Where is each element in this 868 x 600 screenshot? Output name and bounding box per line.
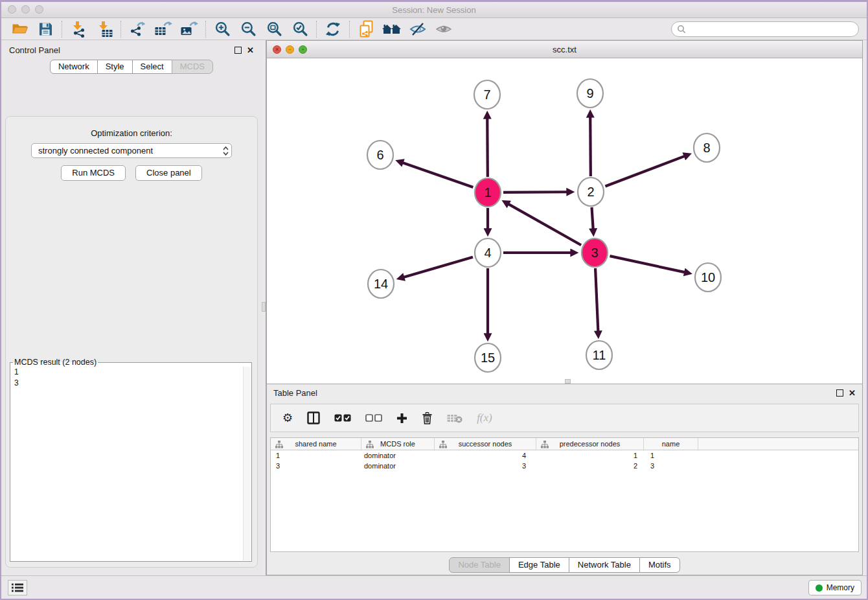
graph-edge-2-9[interactable] bbox=[590, 117, 591, 176]
table-row[interactable]: 3 dominator 3 2 3 bbox=[271, 461, 858, 471]
close-panel-button[interactable]: Close panel bbox=[135, 165, 202, 181]
apply-layout-icon[interactable] bbox=[320, 19, 346, 39]
graph-edge-1-7[interactable] bbox=[487, 119, 488, 177]
splitter-grip[interactable] bbox=[262, 302, 266, 312]
tab-mcds[interactable]: MCDS bbox=[172, 60, 213, 74]
search-input[interactable] bbox=[689, 25, 853, 34]
minimize-window-icon[interactable] bbox=[21, 5, 30, 14]
attribute-tree-icon bbox=[366, 441, 374, 448]
network-view-window: ✕ − + scc.txt 7968124314101511 bbox=[266, 40, 863, 384]
graph-node-label: 7 bbox=[483, 87, 490, 102]
column-header-mcds-role[interactable]: MCDS role bbox=[361, 438, 435, 450]
graph-edge-2-8[interactable] bbox=[605, 156, 684, 186]
toolbar-separator bbox=[316, 21, 317, 38]
tab-network[interactable]: Network bbox=[50, 60, 98, 74]
table-row[interactable]: 1 dominator 4 1 1 bbox=[271, 450, 858, 461]
mcds-result-title: MCDS result (2 nodes) bbox=[13, 358, 98, 367]
graph-node-label: 9 bbox=[586, 86, 593, 100]
save-session-icon[interactable] bbox=[32, 19, 58, 39]
control-panel-tabs: Network Style Select MCDS bbox=[1, 60, 262, 74]
horizontal-splitter-grip[interactable] bbox=[565, 379, 571, 384]
zoom-in-icon[interactable] bbox=[209, 19, 235, 39]
tab-style[interactable]: Style bbox=[97, 60, 133, 74]
delete-column-trash-icon[interactable] bbox=[422, 412, 433, 424]
column-header-name[interactable]: name bbox=[644, 438, 698, 450]
import-network-icon[interactable] bbox=[65, 19, 91, 39]
app-title: Session: New Session bbox=[392, 5, 475, 15]
tab-node-table[interactable]: Node Table bbox=[449, 557, 510, 573]
new-network-from-selection-icon[interactable] bbox=[353, 19, 379, 39]
maximize-network-icon[interactable]: + bbox=[299, 45, 307, 54]
column-header-successor-nodes[interactable]: successor nodes bbox=[435, 438, 536, 450]
column-view-icon[interactable] bbox=[307, 411, 320, 424]
result-scrollbar[interactable] bbox=[243, 367, 251, 560]
tab-select[interactable]: Select bbox=[132, 60, 172, 74]
fit-content-icon[interactable] bbox=[261, 19, 287, 39]
status-bar: Memory bbox=[1, 575, 867, 599]
graph-edge-3-11[interactable] bbox=[595, 268, 598, 331]
node-table: shared name MCDS role successor nodes bbox=[270, 437, 859, 552]
graph-edge-1-6[interactable] bbox=[403, 163, 473, 187]
hide-selected-eye-icon[interactable] bbox=[405, 19, 431, 39]
table-panel: Table Panel ✕ ⚙ bbox=[266, 384, 863, 575]
graph-edge-1-2[interactable] bbox=[503, 192, 567, 192]
graph-node-label: 6 bbox=[376, 148, 383, 162]
float-panel-icon[interactable] bbox=[234, 47, 242, 54]
tab-network-table[interactable]: Network Table bbox=[569, 557, 640, 573]
optimization-criterion-select[interactable]: strongly connected component bbox=[31, 143, 232, 158]
network-canvas[interactable]: 7968124314101511 bbox=[267, 58, 862, 384]
function-builder-icon[interactable]: f(x) bbox=[477, 411, 492, 424]
export-network-icon[interactable] bbox=[124, 19, 150, 39]
tab-edge-table[interactable]: Edge Table bbox=[509, 557, 569, 573]
network-graph[interactable]: 7968124314101511 bbox=[267, 58, 862, 384]
minimize-network-icon[interactable]: − bbox=[286, 45, 294, 54]
graph-node-label: 14 bbox=[374, 277, 388, 291]
deselect-all-icon[interactable] bbox=[365, 414, 382, 422]
close-network-icon[interactable]: ✕ bbox=[273, 45, 281, 54]
import-table-icon[interactable] bbox=[91, 19, 117, 39]
select-all-icon[interactable] bbox=[334, 414, 351, 422]
column-header-predecessor-nodes[interactable]: predecessor nodes bbox=[536, 438, 644, 450]
task-history-button[interactable] bbox=[8, 580, 27, 595]
show-all-eye-icon[interactable] bbox=[431, 19, 457, 39]
search-field[interactable] bbox=[671, 21, 859, 37]
application-window: Session: New Session bbox=[0, 0, 868, 600]
graph-node-label: 2 bbox=[587, 185, 594, 199]
graph-node-label: 4 bbox=[484, 246, 491, 260]
toolbar-separator bbox=[349, 21, 350, 38]
run-mcds-button[interactable]: Run MCDS bbox=[61, 165, 126, 181]
export-image-icon[interactable] bbox=[176, 19, 202, 39]
table-panel-title: Table Panel bbox=[273, 388, 317, 398]
graph-edge-3-1[interactable] bbox=[508, 204, 581, 245]
zoom-window-icon[interactable] bbox=[35, 5, 43, 14]
graph-node-label: 8 bbox=[703, 141, 710, 155]
add-column-icon[interactable] bbox=[396, 413, 407, 424]
main-toolbar bbox=[1, 18, 867, 40]
window-controls bbox=[8, 5, 43, 14]
close-table-panel-icon[interactable]: ✕ bbox=[849, 389, 856, 397]
graph-edge-4-14[interactable] bbox=[404, 257, 473, 277]
graph-edge-2-3[interactable] bbox=[592, 207, 593, 229]
close-window-icon[interactable] bbox=[8, 5, 16, 14]
attribute-tree-icon bbox=[439, 441, 447, 448]
tab-motifs[interactable]: Motifs bbox=[639, 557, 680, 573]
column-header-shared-name[interactable]: shared name bbox=[271, 438, 361, 450]
delete-table-icon[interactable] bbox=[447, 413, 463, 423]
first-neighbors-icon[interactable] bbox=[379, 19, 405, 39]
graph-node-label: 10 bbox=[701, 270, 715, 284]
graph-node-label: 15 bbox=[481, 351, 495, 365]
float-table-panel-icon[interactable] bbox=[836, 389, 843, 397]
close-panel-icon[interactable]: ✕ bbox=[247, 46, 254, 54]
panel-splitter[interactable] bbox=[262, 40, 266, 575]
settings-gear-icon[interactable]: ⚙ bbox=[282, 412, 293, 424]
memory-button[interactable]: Memory bbox=[808, 580, 862, 595]
table-tabs: Node Table Edge Table Network Table Moti… bbox=[267, 557, 862, 573]
graph-edge-3-10[interactable] bbox=[610, 256, 684, 272]
export-table-icon[interactable] bbox=[150, 19, 176, 39]
table-header-row: shared name MCDS role successor nodes bbox=[271, 438, 858, 450]
zoom-out-icon[interactable] bbox=[235, 19, 261, 39]
mcds-result-text[interactable]: 1 3 bbox=[14, 367, 242, 560]
open-session-icon[interactable] bbox=[6, 19, 32, 39]
zoom-selected-icon[interactable] bbox=[287, 19, 313, 39]
toolbar-separator bbox=[62, 21, 62, 38]
